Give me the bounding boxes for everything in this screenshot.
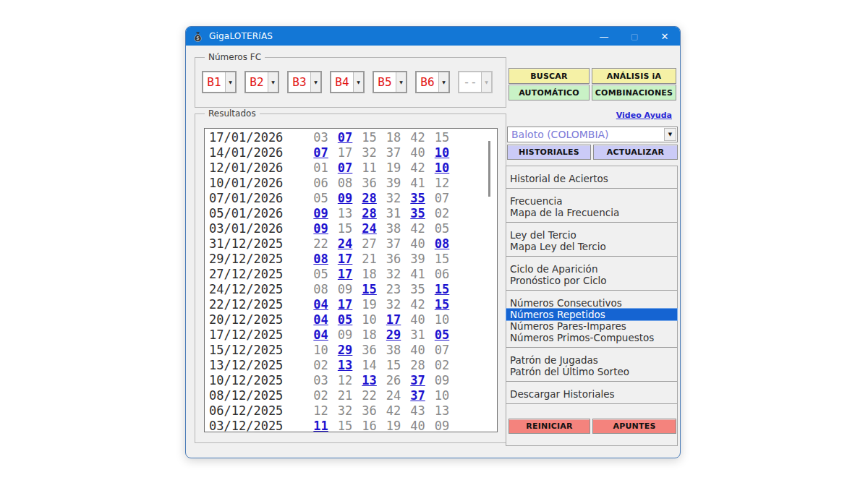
- fc-selector-b2[interactable]: B2: [244, 71, 279, 93]
- buscar-button[interactable]: BUSCAR: [509, 68, 590, 84]
- fc-selector-value: B3: [289, 72, 310, 92]
- apuntes-button[interactable]: APUNTES: [592, 419, 676, 434]
- fc-selector-value: B1: [203, 72, 225, 92]
- menu-item-frecuencia[interactable]: Frecuencia: [506, 195, 677, 207]
- result-row[interactable]: 15/12/2025102936384007: [209, 343, 497, 358]
- fc-selector-b4[interactable]: B4: [330, 71, 365, 93]
- fc-selector-value: --: [459, 72, 481, 92]
- analisis-ia-button[interactable]: ANÁLISIS iA: [592, 68, 676, 84]
- draw-date: 12/01/2026: [209, 160, 283, 175]
- fc-selector-b3[interactable]: B3: [287, 71, 322, 93]
- result-row[interactable]: 31/12/2025222427374008: [209, 236, 497, 252]
- draw-number: 07: [435, 343, 449, 357]
- result-row[interactable]: 03/12/2025111516194009: [209, 419, 497, 432]
- result-row[interactable]: 14/01/2026071732374010: [209, 145, 497, 160]
- result-row[interactable]: 05/01/2026091328313502: [209, 206, 497, 221]
- result-row[interactable]: 24/12/2025080915233515: [209, 282, 497, 297]
- draw-number: 18: [386, 130, 401, 145]
- draw-number: 19: [386, 419, 401, 432]
- draw-number: 15: [386, 358, 401, 372]
- draw-number: 19: [386, 160, 401, 175]
- automatico-button[interactable]: AUTOMÁTICO: [509, 85, 590, 100]
- menu-section: Ley del TercioMapa Ley del Tercio: [506, 223, 677, 257]
- result-row[interactable]: 27/12/2025051718324106: [209, 267, 497, 282]
- repeated-number: 15: [435, 282, 449, 296]
- menu-item-mapa-de-la-frecuencia[interactable]: Mapa de la Frecuencia: [506, 207, 677, 218]
- draw-number: 10: [435, 388, 449, 403]
- dropdown-arrow-icon[interactable]: [268, 72, 278, 92]
- draw-date: 24/12/2025: [209, 282, 283, 296]
- close-icon[interactable]: ✕: [650, 27, 680, 46]
- result-row[interactable]: 08/12/2025022122243710: [209, 388, 497, 403]
- combinaciones-button[interactable]: COMBINACIONES: [592, 85, 676, 100]
- result-row[interactable]: 29/12/2025081721363915: [209, 252, 497, 267]
- draw-number: 12: [338, 373, 352, 388]
- actualizar-button[interactable]: ACTUALIZAR: [593, 145, 678, 160]
- lottery-select[interactable]: Baloto (COLOMBIA): [507, 127, 678, 142]
- draw-number: 31: [410, 328, 425, 342]
- result-row[interactable]: 17/12/2025040918293105: [209, 328, 497, 343]
- dropdown-arrow-icon[interactable]: [396, 72, 406, 92]
- menu-item-patron-del-ultimo-sorteo[interactable]: Patrón del Último Sorteo: [506, 366, 677, 377]
- menu-section: FrecuenciaMapa de la Frecuencia: [506, 189, 677, 223]
- repeated-number: 13: [338, 358, 352, 372]
- menu-item-numeros-consecutivos[interactable]: Números Consecutivos: [506, 297, 677, 309]
- result-row[interactable]: 13/12/2025021314152802: [209, 358, 497, 373]
- result-row[interactable]: 07/01/2026050928323507: [209, 191, 497, 206]
- draw-number: 42: [386, 403, 401, 418]
- result-row[interactable]: 12/01/2026010711194210: [209, 160, 497, 176]
- repeated-number: 24: [338, 236, 352, 251]
- result-row[interactable]: 10/01/2026060836394112: [209, 176, 497, 191]
- results-listbox[interactable]: 17/01/202603071518421514/01/202607173237…: [204, 128, 498, 432]
- draw-number: 37: [386, 145, 401, 160]
- resultados-label: Resultados: [205, 108, 260, 119]
- menu-item-ley-del-tercio[interactable]: Ley del Tercio: [506, 229, 677, 241]
- menu-item-pronostico-por-ciclo[interactable]: Pronóstico por Ciclo: [506, 275, 677, 286]
- menu-item-patron-de-jugadas[interactable]: Patrón de Jugadas: [506, 354, 677, 366]
- video-ayuda-link[interactable]: Video Ayuda: [616, 111, 672, 120]
- vertical-scrollbar[interactable]: [488, 141, 490, 197]
- maximize-icon[interactable]: ▢: [619, 27, 650, 46]
- dropdown-arrow-icon[interactable]: [310, 72, 320, 92]
- draw-number: 39: [410, 252, 425, 266]
- menu-item-historial-de-aciertos[interactable]: Historial de Aciertos: [506, 173, 677, 184]
- minimize-icon[interactable]: —: [589, 27, 619, 46]
- menu-item-descargar-historiales[interactable]: Descargar Historiales: [506, 388, 677, 400]
- draw-date: 17/01/2026: [209, 130, 283, 145]
- dropdown-arrow-icon[interactable]: [225, 72, 235, 92]
- dropdown-arrow-icon[interactable]: [353, 72, 363, 92]
- menu-item-ciclo-de-aparicion[interactable]: Ciclo de Aparición: [506, 263, 677, 275]
- chevron-down-icon[interactable]: [664, 128, 676, 141]
- draw-number: 43: [410, 403, 425, 418]
- dropdown-arrow-icon[interactable]: [481, 72, 491, 92]
- fc-selector-b1[interactable]: B1: [202, 71, 237, 93]
- result-row[interactable]: 10/12/2025031213263709: [209, 373, 497, 388]
- draw-date: 03/01/2026: [209, 221, 283, 236]
- historiales-button[interactable]: HISTORIALES: [507, 145, 591, 160]
- repeated-number: 05: [338, 312, 352, 327]
- dropdown-arrow-icon[interactable]: [438, 72, 448, 92]
- fc-selector-b6[interactable]: B6: [415, 71, 450, 93]
- draw-number: 11: [362, 160, 376, 175]
- draw-number: 05: [313, 267, 328, 281]
- draw-date: 22/12/2025: [209, 297, 283, 312]
- menu-item-numeros-primos-compuestos[interactable]: Números Primos-Compuestos: [506, 332, 677, 343]
- fc-selector-b5[interactable]: B5: [373, 71, 407, 93]
- result-row[interactable]: 03/01/2026091524384205: [209, 221, 497, 236]
- menu-item-numeros-repetidos[interactable]: Números Repetidos: [506, 309, 677, 320]
- draw-number: 23: [386, 282, 401, 296]
- reiniciar-button[interactable]: REINICIAR: [509, 419, 590, 434]
- draw-date: 05/01/2026: [209, 206, 283, 221]
- draw-number: 28: [410, 358, 425, 372]
- draw-date: 14/01/2026: [209, 145, 283, 160]
- title-bar[interactable]: $ GigaLOTERíAS — ▢ ✕: [186, 27, 680, 46]
- result-row[interactable]: 20/12/2025040510174010: [209, 312, 497, 328]
- result-row[interactable]: 06/12/2025123236424313: [209, 403, 497, 419]
- menu-item-mapa-ley-del-tercio[interactable]: Mapa Ley del Tercio: [506, 241, 677, 252]
- result-row[interactable]: 17/01/2026030715184215: [209, 130, 497, 145]
- repeated-number: 28: [362, 191, 376, 205]
- menu-item-numeros-pares-impares[interactable]: Números Pares-Impares: [506, 320, 677, 332]
- money-bag-icon: $: [192, 31, 203, 42]
- draw-number: 09: [338, 328, 352, 342]
- result-row[interactable]: 22/12/2025041719324215: [209, 297, 497, 312]
